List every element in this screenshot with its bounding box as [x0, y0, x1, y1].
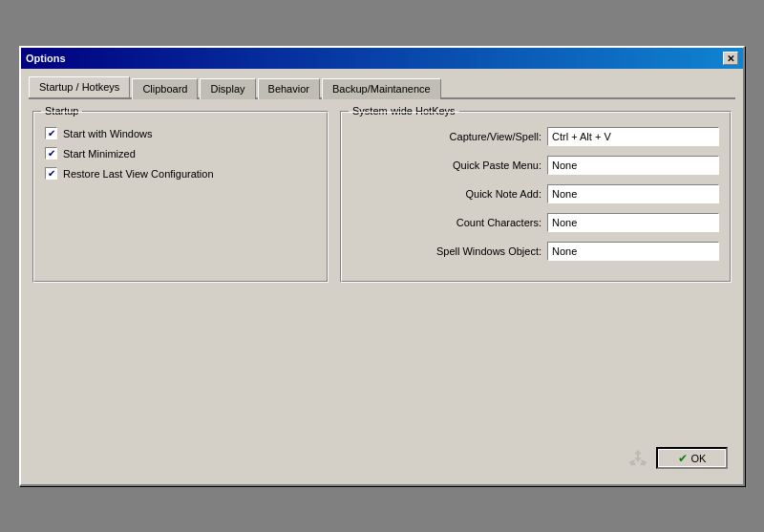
hotkey-label-spell-windows-object: Spell Windows Object:: [436, 245, 541, 257]
tab-display[interactable]: Display: [200, 78, 255, 99]
hotkey-row-count-characters: Count Characters:: [352, 213, 719, 232]
checkbox-row-start-with-windows: Start with Windows: [45, 127, 316, 139]
main-area: Startup Start with Windows Start Minimiz…: [29, 107, 735, 287]
hotkey-label-capture-view-spell: Capture/View/Spell:: [450, 131, 541, 142]
hotkey-input-capture-view-spell[interactable]: [547, 127, 719, 146]
hotkey-label-count-characters: Count Characters:: [456, 217, 541, 228]
checkbox-start-minimized[interactable]: [45, 147, 57, 160]
hotkeys-group: System-wide HotKeys Capture/View/Spell: …: [340, 111, 732, 283]
tab-behavior[interactable]: Behavior: [258, 78, 320, 99]
hotkey-input-spell-windows-object[interactable]: [547, 242, 719, 261]
checkbox-label-start-minimized: Start Minimized: [63, 148, 136, 160]
checkbox-start-with-windows[interactable]: [45, 127, 57, 139]
checkbox-row-start-minimized: Start Minimized: [45, 147, 316, 160]
hotkey-input-quick-note-add[interactable]: [547, 184, 719, 203]
hotkeys-group-label: System-wide HotKeys: [349, 105, 459, 117]
checkbox-label-start-with-windows: Start with Windows: [63, 128, 153, 139]
ok-label: OK: [691, 453, 707, 464]
ok-button[interactable]: ✔ OK: [656, 447, 728, 469]
hotkey-label-quick-paste-menu: Quick Paste Menu:: [453, 160, 541, 171]
tab-backup[interactable]: Backup/Maintanence: [322, 78, 441, 99]
hotkey-row-spell-windows-object: Spell Windows Object:: [352, 242, 719, 261]
window-title: Options: [26, 53, 66, 64]
hotkey-row-quick-note-add: Quick Note Add:: [352, 184, 719, 203]
startup-group: Startup Start with Windows Start Minimiz…: [32, 111, 329, 283]
hotkey-row-capture-view-spell: Capture/View/Spell:: [352, 127, 719, 146]
ok-checkmark-icon: ✔: [678, 452, 688, 465]
hotkey-label-quick-note-add: Quick Note Add:: [466, 188, 542, 200]
tab-clipboard[interactable]: Clipboard: [132, 78, 198, 99]
title-bar: Options ✕: [21, 48, 743, 69]
options-dialog: Options ✕ Startup / Hotkeys Clipboard Di…: [19, 46, 745, 486]
hotkey-input-count-characters[interactable]: [547, 213, 719, 232]
window-content: Startup / Hotkeys Clipboard Display Beha…: [21, 69, 743, 484]
close-button[interactable]: ✕: [723, 52, 738, 65]
checkbox-row-restore-last-view: Restore Last View Configuration: [45, 167, 316, 180]
hotkey-input-quick-paste-menu[interactable]: [547, 156, 719, 175]
tab-bar: Startup / Hotkeys Clipboard Display Beha…: [29, 76, 735, 99]
recycle-icon: [627, 448, 648, 469]
tab-startup-hotkeys[interactable]: Startup / Hotkeys: [29, 76, 130, 97]
checkbox-restore-last-view[interactable]: [45, 167, 57, 180]
checkbox-label-restore-last-view: Restore Last View Configuration: [63, 168, 214, 180]
startup-group-label: Startup: [41, 105, 82, 117]
bottom-bar: ✔ OK: [29, 439, 735, 477]
hotkey-row-quick-paste-menu: Quick Paste Menu:: [352, 156, 719, 175]
